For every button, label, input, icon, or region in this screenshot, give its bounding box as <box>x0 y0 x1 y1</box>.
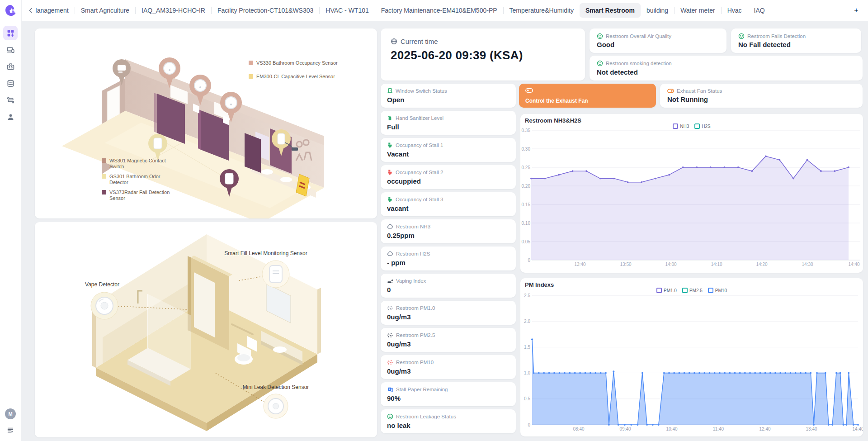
legend-label: NH3 <box>680 124 689 129</box>
sidebar-nav <box>3 26 18 126</box>
svg-text:13:50: 13:50 <box>620 262 631 267</box>
sidebar-item-0[interactable] <box>3 26 18 40</box>
sensor-legend-gs301-bathroom-odor: GS301 Bathroom OdorDetector <box>102 174 170 185</box>
svg-text:1.0: 1.0 <box>524 370 530 375</box>
svg-text:0.20: 0.20 <box>522 184 531 189</box>
control-exhaust-fan-button[interactable]: Control the Exhaust Fan <box>519 84 656 108</box>
tab-management[interactable]: Management <box>36 3 75 18</box>
toggle-switch-icon <box>525 87 650 94</box>
legend-item-pm10[interactable]: PM10 <box>708 288 727 293</box>
legend-item-pm2-5[interactable]: PM2.5 <box>682 288 703 293</box>
tile-value: 0 <box>387 286 509 294</box>
svg-text:14:30: 14:30 <box>802 262 813 267</box>
cloud-icon <box>387 251 393 257</box>
legend-color-swatch <box>102 190 106 194</box>
tab-smart-agriculture[interactable]: Smart Agriculture <box>75 3 135 18</box>
tab-hvac-wt101[interactable]: HVAC - WT101 <box>320 3 374 18</box>
workflow-icon <box>7 96 14 104</box>
tile-label: Occupancy of Stall 3 <box>396 197 443 202</box>
tab-temperature-humidity[interactable]: Temperature&Humidity <box>504 3 580 18</box>
toilet-icon <box>387 196 393 202</box>
svg-text:08:40: 08:40 <box>573 427 584 432</box>
tile-value: - ppm <box>387 259 509 266</box>
toilet-icon <box>387 142 393 148</box>
status-card-exhaust-fan-status: Exhaust Fan Status Not Running <box>660 84 863 108</box>
legend-item-h2s[interactable]: H2S <box>694 123 710 129</box>
tab-water-meter[interactable]: Water meter <box>675 3 721 18</box>
tile-vaping-index: Vaping Index 0 <box>381 274 516 298</box>
tile-restroom-pm1-0: Restroom PM1.0 0ug/m3 <box>381 301 516 325</box>
legend-color-swatch <box>102 158 106 163</box>
cloud-icon <box>387 223 393 230</box>
sensor-legend-left: WS301 Magnetic ContactSwitchGS301 Bathro… <box>102 158 170 201</box>
chart-title: Restroom NH3&H2S <box>525 117 581 124</box>
chart-legend: PM1.0PM2.5PM10 <box>520 288 863 293</box>
sensor-legend-em300-cl-capacitive-level-sensor: EM300-CL Capacitive Level Sensor <box>249 74 338 80</box>
tile-value: Open <box>387 96 509 104</box>
tile-restroom-h2s: Restroom H2S - ppm <box>381 247 516 270</box>
chart-legend: NH3H2S <box>520 123 863 129</box>
svg-text:0.05: 0.05 <box>522 239 531 244</box>
vape-detector-label: Vape Detector <box>85 281 119 288</box>
stat-value: Good <box>597 41 719 48</box>
app-logo-icon <box>4 4 17 19</box>
avatar[interactable]: M <box>5 408 16 419</box>
svg-text:0.30: 0.30 <box>522 147 531 152</box>
svg-text:10:40: 10:40 <box>666 427 677 432</box>
smiley-icon <box>738 33 745 39</box>
dashboard-grid-icon <box>7 29 14 37</box>
sidebar-footer-menu[interactable] <box>7 427 14 436</box>
log-list-icon <box>7 427 14 434</box>
svg-text:12:40: 12:40 <box>759 427 770 432</box>
stat-label: Restroom Falls Detection <box>747 33 806 39</box>
button-label: Control the Exhaust Fan <box>525 98 650 104</box>
stat-value: Not Running <box>667 95 855 103</box>
sanitizer-icon <box>387 115 393 121</box>
tab-building[interactable]: building <box>641 3 674 18</box>
legend-color-swatch <box>249 74 253 79</box>
tile-value: occuppied <box>387 177 509 185</box>
sidebar-item-1[interactable] <box>3 43 18 57</box>
pm-icon <box>387 332 393 338</box>
sidebar-item-4[interactable] <box>3 93 18 107</box>
svg-text:0: 0 <box>528 422 530 427</box>
tabs-scroll-left-button[interactable] <box>25 5 36 16</box>
bathroom-isometric-illustration <box>35 222 377 437</box>
tab-hvac[interactable]: Hvac <box>722 3 748 18</box>
sidebar-item-5[interactable] <box>3 109 18 124</box>
fan-toggle-icon <box>667 88 674 94</box>
sidebar-item-3[interactable] <box>3 76 18 90</box>
tile-label: Restroom H2S <box>396 251 430 256</box>
leak-sensor-label: Mini Leak Detection Sensor <box>243 384 309 390</box>
tile-value: 0ug/m3 <box>387 313 509 321</box>
tab-iaq-am319-hcho-ir[interactable]: IAQ_AM319-HCHO-IR <box>136 3 211 18</box>
svg-text:14:10: 14:10 <box>711 262 722 267</box>
tile-label: Restroom PM1.0 <box>396 305 435 311</box>
smiley-icon <box>597 33 603 39</box>
legend-swatch <box>673 123 678 129</box>
legend-item-pm1-0[interactable]: PM1.0 <box>656 288 677 293</box>
legend-swatch <box>708 288 713 293</box>
tab-facility-protection-ct101-ws303[interactable]: Facility Protection-CT101&WS303 <box>212 3 319 18</box>
legend-item-nh3[interactable]: NH3 <box>673 123 689 129</box>
status-card-restroom-overall-air-quality: Restroom Overall Air Quality Good <box>590 28 726 53</box>
svg-text:0.25: 0.25 <box>522 165 531 170</box>
svg-text:14:00: 14:00 <box>665 262 676 267</box>
stat-label: Restroom smoking detection <box>606 61 672 66</box>
vape-icon <box>387 278 393 284</box>
tab-label: building <box>646 7 668 14</box>
devices-icon <box>7 46 14 54</box>
svg-text:13:40: 13:40 <box>806 427 817 432</box>
add-tab-button[interactable]: + <box>851 5 862 16</box>
tile-value: Vacant <box>387 150 509 158</box>
nh3-h2s-chart-card: Restroom NH3&H2S NH3H2S 0.350.300.250.20… <box>520 114 863 273</box>
sidebar-item-2[interactable] <box>3 59 18 74</box>
tile-label: Restroom PM2.5 <box>396 332 435 338</box>
legend-text: VS373Radar Fall DetectionSensor <box>109 190 170 201</box>
tab-label: Temperature&Humidity <box>509 7 574 14</box>
tab-iaq[interactable]: IAQ <box>748 3 771 18</box>
tab-smart-restroom[interactable]: Smart Restroom <box>580 3 641 18</box>
tile-value: 0ug/m3 <box>387 367 509 375</box>
tab-factory-maintenance-em410-em500-pp[interactable]: Factory Maintenance-EM410&EM500-PP <box>375 3 503 18</box>
legend-label: PM10 <box>715 288 727 293</box>
